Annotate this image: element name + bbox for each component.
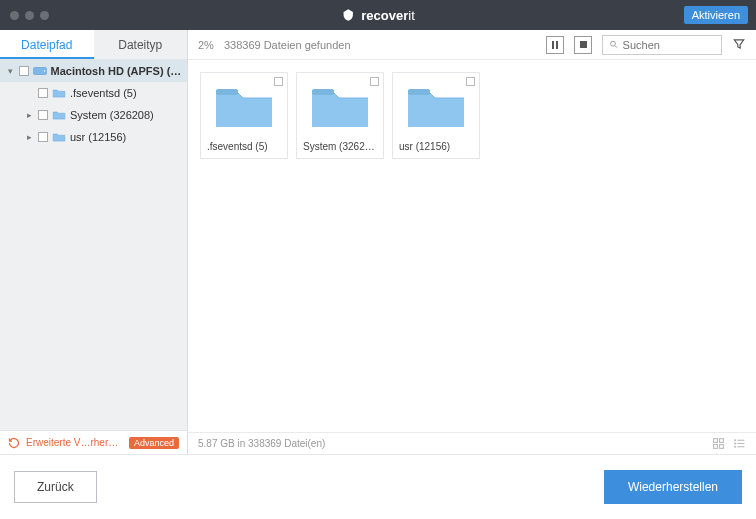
search-icon [609,39,619,50]
status-bar: 5.87 GB in 338369 Datei(en) [188,432,756,454]
brand: recoverit [341,8,414,23]
folder-icon [397,77,475,137]
svg-rect-4 [216,89,238,95]
tab-filetype[interactable]: Dateityp [94,30,188,59]
svg-point-16 [735,446,736,447]
recover-button[interactable]: Wiederherstellen [604,470,742,504]
svg-rect-10 [720,445,724,449]
tree-root[interactable]: ▾ Macintosh HD (APFS) (338369) [0,60,187,82]
tree-label: usr (12156) [70,131,126,143]
stop-button[interactable] [574,36,592,54]
search-input[interactable] [623,39,715,51]
svg-rect-9 [714,445,718,449]
tab-filepath[interactable]: Dateipfad [0,30,94,59]
zoom-dot[interactable] [40,11,49,20]
checkbox[interactable] [38,132,48,142]
folder-tile[interactable]: .fseventsd (5) [200,72,288,159]
checkbox[interactable] [38,88,48,98]
main-panel: 2% 338369 Dateien gefunden .fseventsd (5… [188,30,756,454]
sidebar-tabs: Dateipfad Dateityp [0,30,187,60]
tree-label: System (326208) [70,109,154,121]
window-controls [10,11,49,20]
activate-button[interactable]: Aktivieren [684,6,748,24]
close-dot[interactable] [10,11,19,20]
tree-label: .fseventsd (5) [70,87,137,99]
status-text: 5.87 GB in 338369 Datei(en) [198,438,325,449]
file-tree: ▾ Macintosh HD (APFS) (338369) .fsevents… [0,60,187,430]
results-grid: .fseventsd (5) System (326208) usr (1215… [188,60,756,432]
advanced-badge: Advanced [129,437,179,449]
refresh-icon [8,437,20,449]
folder-icon [52,131,66,143]
svg-rect-5 [312,89,334,95]
svg-point-2 [611,41,616,46]
svg-rect-6 [408,89,430,95]
checkbox[interactable] [466,77,475,86]
pause-button[interactable] [546,36,564,54]
folder-icon [205,77,283,137]
filter-button[interactable] [732,37,746,53]
brand-light: it [408,8,415,23]
checkbox[interactable] [370,77,379,86]
search-box[interactable] [602,35,722,55]
checkbox[interactable] [19,66,29,76]
svg-point-1 [43,70,44,71]
list-view-icon[interactable] [733,437,746,450]
folder-tile[interactable]: usr (12156) [392,72,480,159]
svg-line-3 [615,46,617,48]
titlebar: recoverit Aktivieren [0,0,756,30]
tile-caption: System (326208) [301,137,379,154]
svg-rect-8 [720,439,724,443]
footer: Zurück Wiederherstellen [0,454,756,519]
tile-caption: .fseventsd (5) [205,137,283,154]
scan-percent: 2% [198,39,214,51]
tree-item[interactable]: .fseventsd (5) [0,82,187,104]
tree-item[interactable]: ▸ usr (12156) [0,126,187,148]
scan-status: 338369 Dateien gefunden [224,39,351,51]
back-button[interactable]: Zurück [14,471,97,503]
chevron-down-icon[interactable]: ▾ [6,66,15,76]
brand-bold: recover [361,8,408,23]
chevron-right-icon[interactable]: ▸ [24,132,34,142]
view-toggle [712,437,746,450]
checkbox[interactable] [274,77,283,86]
chevron-right-icon[interactable]: ▸ [24,110,34,120]
folder-tile[interactable]: System (326208) [296,72,384,159]
checkbox[interactable] [38,110,48,120]
tree-item[interactable]: ▸ System (326208) [0,104,187,126]
advanced-text: Erweiterte V…rherstellung [26,437,123,448]
minimize-dot[interactable] [25,11,34,20]
disk-icon [33,65,47,77]
tree-label: Macintosh HD (APFS) (338369) [51,65,187,77]
advanced-recovery-bar[interactable]: Erweiterte V…rherstellung Advanced [0,430,187,454]
tile-caption: usr (12156) [397,137,475,154]
folder-icon [52,109,66,121]
toolbar: 2% 338369 Dateien gefunden [188,30,756,60]
sidebar: Dateipfad Dateityp ▾ Macintosh HD (APFS)… [0,30,188,454]
svg-point-15 [735,443,736,444]
svg-point-14 [735,440,736,441]
grid-view-icon[interactable] [712,437,725,450]
brand-logo-icon [341,8,355,22]
folder-icon [301,77,379,137]
folder-icon [52,87,66,99]
svg-rect-7 [714,439,718,443]
